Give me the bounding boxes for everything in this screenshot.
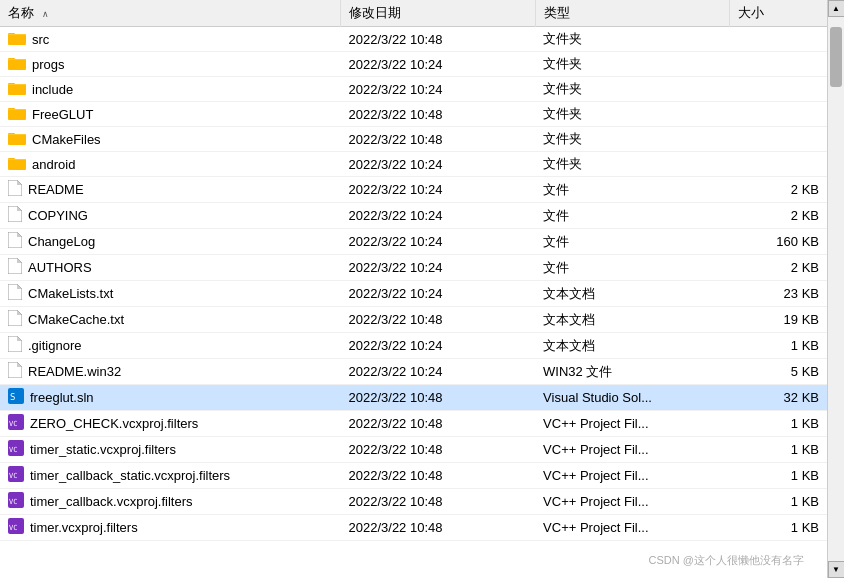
file-date: 2022/3/22 10:24 (341, 333, 536, 359)
file-icon (8, 206, 22, 225)
file-size: 32 KB (730, 385, 827, 411)
scroll-up-button[interactable]: ▲ (828, 0, 845, 17)
file-date: 2022/3/22 10:48 (341, 411, 536, 437)
table-row[interactable]: ChangeLog2022/3/22 10:24文件160 KB (0, 229, 827, 255)
file-name-text: COPYING (28, 208, 88, 223)
table-row[interactable]: src2022/3/22 10:48文件夹 (0, 27, 827, 52)
vcxproj-icon: VC (8, 440, 24, 459)
file-size: 1 KB (730, 489, 827, 515)
file-name-text: timer_callback.vcxproj.filters (30, 494, 193, 509)
svg-marker-26 (8, 206, 22, 222)
file-date: 2022/3/22 10:48 (341, 27, 536, 52)
file-name-text: android (32, 157, 75, 172)
header-name[interactable]: 名称 ∧ (0, 0, 341, 27)
file-size (730, 102, 827, 127)
svg-rect-3 (8, 35, 26, 44)
file-name-cell: progs (8, 56, 333, 73)
svg-text:VC: VC (9, 472, 17, 480)
file-type: 文件夹 (535, 152, 730, 177)
file-type: 文本文档 (535, 281, 730, 307)
scroll-track[interactable] (828, 17, 844, 561)
file-list-area[interactable]: 名称 ∧ 修改日期 类型 大小 (0, 0, 827, 578)
file-name-cell: VC ZERO_CHECK.vcxproj.filters (8, 414, 333, 433)
table-row[interactable]: README.win322022/3/22 10:24WIN32 文件5 KB (0, 359, 827, 385)
file-size: 19 KB (730, 307, 827, 333)
table-row[interactable]: include2022/3/22 10:24文件夹 (0, 77, 827, 102)
vcxproj-icon: VC (8, 518, 24, 537)
file-type: VC++ Project Fil... (535, 489, 730, 515)
file-type: VC++ Project Fil... (535, 437, 730, 463)
table-row[interactable]: S freeglut.sln2022/3/22 10:48Visual Stud… (0, 385, 827, 411)
table-row[interactable]: VC timer_callback_static.vcxproj.filters… (0, 463, 827, 489)
table-row[interactable]: CMakeLists.txt2022/3/22 10:24文本文档23 KB (0, 281, 827, 307)
table-row[interactable]: COPYING2022/3/22 10:24文件2 KB (0, 203, 827, 229)
file-size (730, 152, 827, 177)
file-name-cell: CMakeCache.txt (8, 310, 333, 329)
table-row[interactable]: VC ZERO_CHECK.vcxproj.filters2022/3/22 1… (0, 411, 827, 437)
table-row[interactable]: android2022/3/22 10:24文件夹 (0, 152, 827, 177)
file-name-text: ZERO_CHECK.vcxproj.filters (30, 416, 198, 431)
table-row[interactable]: .gitignore2022/3/22 10:24文本文档1 KB (0, 333, 827, 359)
svg-marker-25 (17, 180, 22, 185)
file-name-text: README (28, 182, 84, 197)
file-size (730, 52, 827, 77)
table-row[interactable]: VC timer_callback.vcxproj.filters2022/3/… (0, 489, 827, 515)
file-size (730, 77, 827, 102)
header-date[interactable]: 修改日期 (341, 0, 536, 27)
svg-marker-37 (17, 336, 22, 341)
file-size: 1 KB (730, 463, 827, 489)
file-date: 2022/3/22 10:48 (341, 463, 536, 489)
file-name-cell: COPYING (8, 206, 333, 225)
file-date: 2022/3/22 10:24 (341, 281, 536, 307)
file-size (730, 27, 827, 52)
file-date: 2022/3/22 10:48 (341, 102, 536, 127)
file-name-cell: ChangeLog (8, 232, 333, 251)
table-row[interactable]: CMakeFiles2022/3/22 10:48文件夹 (0, 127, 827, 152)
file-size (730, 127, 827, 152)
file-type: VC++ Project Fil... (535, 411, 730, 437)
file-type: WIN32 文件 (535, 359, 730, 385)
vcxproj-icon: VC (8, 466, 24, 485)
table-row[interactable]: AUTHORS2022/3/22 10:24文件2 KB (0, 255, 827, 281)
file-name-cell: VC timer_callback.vcxproj.filters (8, 492, 333, 511)
file-name-text: CMakeFiles (32, 132, 101, 147)
table-row[interactable]: CMakeCache.txt2022/3/22 10:48文本文档19 KB (0, 307, 827, 333)
folder-icon (8, 106, 26, 123)
file-size: 23 KB (730, 281, 827, 307)
file-name-cell: CMakeLists.txt (8, 284, 333, 303)
table-row[interactable]: VC timer.vcxproj.filters2022/3/22 10:48V… (0, 515, 827, 541)
folder-icon (8, 81, 26, 98)
svg-text:VC: VC (9, 498, 17, 506)
scrollbar[interactable]: ▲ ▼ (827, 0, 844, 578)
svg-marker-39 (17, 362, 22, 367)
file-type: 文件夹 (535, 102, 730, 127)
svg-marker-33 (17, 284, 22, 289)
header-size[interactable]: 大小 (730, 0, 827, 27)
scroll-thumb[interactable] (830, 27, 842, 87)
file-explorer: 名称 ∧ 修改日期 类型 大小 (0, 0, 844, 578)
file-name-text: README.win32 (28, 364, 121, 379)
file-table: 名称 ∧ 修改日期 类型 大小 (0, 0, 827, 541)
folder-icon (8, 31, 26, 48)
svg-marker-36 (8, 336, 22, 352)
file-type: 文件 (535, 203, 730, 229)
file-type: 文件夹 (535, 77, 730, 102)
table-row[interactable]: FreeGLUT2022/3/22 10:48文件夹 (0, 102, 827, 127)
file-date: 2022/3/22 10:24 (341, 255, 536, 281)
table-row[interactable]: VC timer_static.vcxproj.filters2022/3/22… (0, 437, 827, 463)
table-row[interactable]: README2022/3/22 10:24文件2 KB (0, 177, 827, 203)
file-type: 文件夹 (535, 52, 730, 77)
table-row[interactable]: progs2022/3/22 10:24文件夹 (0, 52, 827, 77)
file-icon (8, 284, 22, 303)
file-icon (8, 180, 22, 199)
table-header: 名称 ∧ 修改日期 类型 大小 (0, 0, 827, 27)
scroll-down-button[interactable]: ▼ (828, 561, 845, 578)
file-type: VC++ Project Fil... (535, 463, 730, 489)
file-type: 文件 (535, 255, 730, 281)
file-name-text: include (32, 82, 73, 97)
file-date: 2022/3/22 10:24 (341, 203, 536, 229)
header-type[interactable]: 类型 (535, 0, 730, 27)
svg-marker-27 (17, 206, 22, 211)
file-icon (8, 362, 22, 381)
file-size: 2 KB (730, 255, 827, 281)
